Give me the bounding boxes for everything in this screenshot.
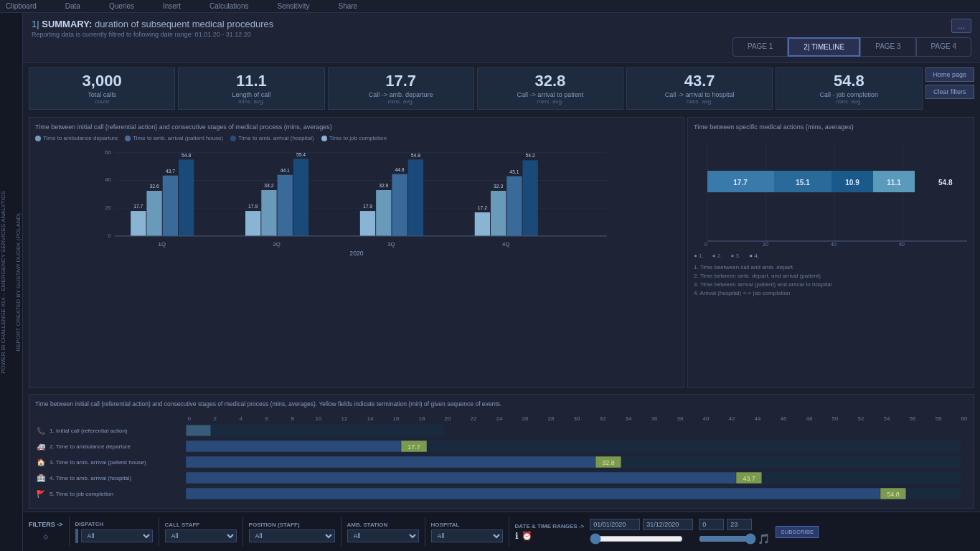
position-staff-label: POSITION (STAFF) (249, 522, 335, 528)
left-bar-chart: Time between initial call (referential a… (29, 117, 684, 388)
svg-text:0: 0 (705, 242, 707, 247)
info-icon[interactable]: ℹ (515, 531, 519, 541)
page-title: 1| SUMMARY: duration of subsequent medic… (32, 19, 273, 29)
time-from-input[interactable] (699, 519, 724, 530)
svg-text:17.7: 17.7 (133, 204, 143, 209)
time-to-input[interactable] (727, 519, 752, 530)
svg-text:20: 20 (445, 415, 451, 422)
clock-icon[interactable]: ⏰ (522, 531, 532, 541)
svg-text:43.7: 43.7 (743, 475, 755, 482)
tab-page3[interactable]: PAGE 3 (860, 37, 915, 57)
gantt-scale: 0 2 4 6 8 10 12 14 16 18 20 22 24 26 (182, 413, 968, 422)
svg-rect-116 (762, 472, 961, 484)
header-left: 1| SUMMARY: duration of subsequent medic… (32, 19, 273, 38)
toolbar-calculations[interactable]: Calculations (209, 2, 248, 10)
date-from-input[interactable] (590, 519, 640, 530)
legend-item-3: Time to amb. arrival (hospital) (230, 135, 314, 141)
svg-rect-10 (146, 191, 161, 236)
svg-rect-26 (360, 211, 375, 236)
svg-rect-41 (523, 161, 538, 237)
toolbar-clipboard[interactable]: Clipboard (6, 2, 37, 10)
svg-text:11.1: 11.1 (887, 179, 901, 187)
kpi-label-calls: Total calls (88, 91, 116, 98)
dispatch-select[interactable]: All (81, 529, 153, 542)
svg-rect-101 (341, 425, 366, 436)
svg-text:54: 54 (884, 415, 890, 422)
chart-notes: 1. Time beetween call and amb. depart. 2… (694, 263, 968, 298)
kpi-amb-departure: 17.7 Call -> amb. departure mins. avg. (328, 67, 474, 110)
svg-text:32.8: 32.8 (602, 459, 615, 466)
svg-rect-103 (392, 425, 418, 436)
home-page-button[interactable]: Home page (925, 67, 975, 82)
clear-filters-button[interactable]: Clear filters (925, 85, 975, 99)
hospital-select[interactable]: All (431, 529, 503, 542)
toolbar-share[interactable]: Share (338, 2, 357, 10)
right-chart: Time between specific medical actions (m… (687, 117, 974, 388)
page-tabs: PAGE 1 2| TIMELINE PAGE 3 PAGE 4 (732, 37, 971, 57)
svg-rect-39 (507, 176, 522, 236)
amb-station-filter: AMB. STATION All (347, 522, 419, 542)
svg-rect-17 (245, 211, 260, 236)
dispatch-filter: DISPATCH All (75, 521, 153, 543)
kpi-row: 3,000 Total calls count 11.1 Length of c… (23, 63, 980, 114)
svg-text:22: 22 (471, 415, 477, 422)
svg-text:50: 50 (832, 415, 839, 422)
svg-text:54.8: 54.8 (182, 153, 191, 158)
position-staff-select[interactable]: All (249, 529, 335, 542)
svg-rect-28 (376, 190, 391, 236)
svg-rect-23 (293, 159, 308, 237)
date-range-slider[interactable] (590, 533, 683, 545)
svg-rect-96 (212, 425, 237, 436)
tab-timeline[interactable]: 2| TIMELINE (788, 37, 860, 57)
svg-text:20: 20 (105, 204, 111, 211)
left-sidebar: POWER BI CHALLENGE #14 – EMERGENCY SERVI… (0, 13, 23, 551)
toolbar-insert[interactable]: Insert (163, 2, 181, 10)
home-clear-buttons: Home page Clear filters (925, 67, 975, 110)
svg-text:0: 0 (108, 232, 110, 239)
three-dots-button[interactable]: ... (951, 19, 971, 33)
svg-text:8: 8 (291, 415, 295, 422)
svg-rect-8 (131, 211, 146, 236)
divider-5 (425, 517, 425, 546)
svg-text:44.8: 44.8 (395, 167, 404, 172)
bar-chart-svg: 60 40 20 0 17.7 32.6 (35, 146, 678, 257)
svg-text:30: 30 (574, 415, 580, 422)
divider-1 (69, 517, 70, 546)
subscribe-button[interactable]: SUBSCRIBE (776, 526, 819, 538)
svg-text:20: 20 (763, 242, 768, 247)
main-content: POWER BI CHALLENGE #14 – EMERGENCY SERVI… (0, 13, 980, 551)
legend-item-1: Time to ambulance departure (35, 135, 118, 141)
svg-text:4: 4 (240, 415, 243, 422)
svg-text:32: 32 (600, 415, 606, 422)
dispatch-label: DISPATCH (75, 521, 153, 527)
amb-station-select[interactable]: All (347, 529, 419, 542)
svg-text:4Q: 4Q (502, 242, 509, 248)
svg-text:17.9: 17.9 (363, 204, 372, 209)
toolbar-queries[interactable]: Queries (109, 2, 134, 10)
date-to-input[interactable] (643, 519, 693, 530)
svg-text:42: 42 (729, 415, 735, 422)
divider-2 (159, 517, 159, 546)
tab-page1[interactable]: PAGE 1 (732, 37, 788, 57)
gantt-row-4: 🏥 4. Time to amb. arrival (hospital) 43.… (35, 471, 968, 485)
svg-text:40: 40 (831, 242, 837, 247)
time-range-inputs: 🎵 (699, 519, 770, 545)
toolbar-data[interactable]: Data (65, 2, 80, 10)
tab-page4[interactable]: PAGE 4 (916, 37, 971, 57)
date-time-filter: DATE & TIME RANGES -> ℹ ⏰ (515, 523, 585, 541)
svg-rect-32 (408, 160, 423, 237)
svg-text:28: 28 (548, 415, 555, 422)
svg-rect-113 (186, 472, 750, 484)
filter-icon[interactable]: ⬦ (42, 529, 50, 542)
svg-rect-35 (475, 212, 490, 236)
time-range-slider[interactable] (699, 533, 756, 545)
svg-text:32.9: 32.9 (379, 183, 388, 188)
svg-text:40: 40 (105, 177, 111, 184)
svg-text:48: 48 (806, 415, 813, 422)
divider-6 (509, 517, 509, 546)
right-panel: 1| SUMMARY: duration of subsequent medic… (23, 13, 980, 551)
svg-text:58: 58 (936, 415, 942, 422)
call-staff-select[interactable]: All (165, 529, 237, 542)
svg-text:17.2: 17.2 (478, 205, 487, 210)
toolbar-sensitivity[interactable]: Sensitivity (277, 2, 309, 10)
